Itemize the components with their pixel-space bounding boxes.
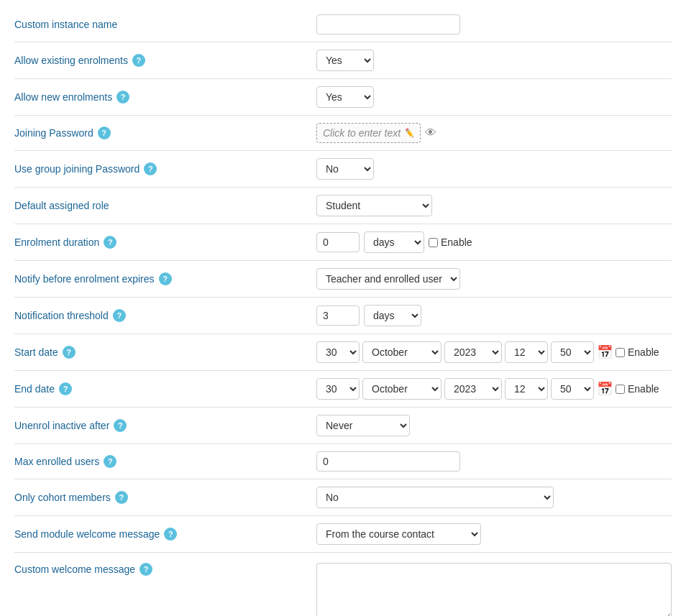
joining-password-field[interactable]: Click to enter text ✏️ (316, 123, 421, 143)
enrolment-duration-value-input[interactable] (316, 232, 360, 252)
start-date-enable-checkbox[interactable] (616, 348, 625, 357)
enrolment-duration-label-col: Enrolment duration ? (14, 236, 316, 249)
notification-threshold-label: Notification threshold (14, 310, 109, 321)
end-date-control: 30 JanuaryFebruaryMarchApril MayJuneJuly… (316, 378, 672, 400)
notify-before-enrolment-expires-control: Teacher and enrolled user Only teacher O… (316, 268, 672, 290)
custom-welcome-message-row: Custom welcome message ? (14, 553, 672, 616)
notification-threshold-control: days weeks (316, 305, 672, 326)
end-date-hour-select[interactable]: 12 (505, 378, 548, 400)
joining-password-label: Joining Password (14, 127, 93, 139)
allow-existing-enrolments-select[interactable]: Yes No (316, 50, 374, 71)
custom-instance-name-input[interactable] (316, 14, 460, 35)
end-date-calendar-icon[interactable]: 📅 (597, 381, 613, 397)
use-group-joining-password-row: Use group joining Password ? No Yes (14, 151, 672, 188)
custom-welcome-message-help-icon[interactable]: ? (140, 563, 152, 576)
enrolment-duration-label: Enrolment duration (14, 236, 99, 248)
send-module-welcome-message-select[interactable]: From the course contact Yes (from the no… (316, 523, 481, 545)
custom-welcome-message-label-col: Custom welcome message ? (14, 563, 316, 576)
max-enrolled-users-input[interactable] (316, 451, 460, 472)
send-module-welcome-message-help-icon[interactable]: ? (164, 528, 177, 541)
unenrol-inactive-after-label: Unenrol inactive after (14, 420, 109, 431)
allow-existing-enrolments-label-col: Allow existing enrolments ? (14, 54, 316, 67)
notify-before-enrolment-expires-help-icon[interactable]: ? (159, 272, 172, 285)
unenrol-inactive-after-label-col: Unenrol inactive after ? (14, 419, 316, 432)
end-date-minute-select[interactable]: 50 (551, 378, 594, 400)
start-date-enable-label: Enable (616, 346, 659, 358)
allow-existing-enrolments-control: Yes No (316, 50, 672, 71)
custom-welcome-message-label: Custom welcome message (14, 564, 135, 575)
allow-new-enrolments-control: Yes No (316, 86, 672, 108)
end-date-help-icon[interactable]: ? (59, 382, 72, 395)
default-assigned-role-row: Default assigned role Student Teacher No… (14, 188, 672, 224)
only-cohort-members-row: Only cohort members ? No Yes (14, 479, 672, 516)
end-date-enable-text: Enable (628, 383, 659, 395)
max-enrolled-users-row: Max enrolled users ? (14, 444, 672, 479)
only-cohort-members-label: Only cohort members (14, 492, 111, 503)
default-assigned-role-control: Student Teacher Non-editing teacher Mana… (316, 195, 672, 216)
allow-new-enrolments-select[interactable]: Yes No (316, 86, 374, 108)
start-date-hour-select[interactable]: 12 (505, 341, 548, 363)
start-date-help-icon[interactable]: ? (63, 346, 76, 359)
end-date-month-select[interactable]: JanuaryFebruaryMarchApril MayJuneJulyAug… (362, 378, 442, 400)
start-date-row: Start date ? 30 1232931 JanuaryFebruaryM… (14, 334, 672, 371)
eye-icon[interactable]: 👁 (425, 127, 436, 139)
unenrol-inactive-after-help-icon[interactable]: ? (114, 419, 127, 432)
end-date-enable-checkbox[interactable] (616, 385, 625, 394)
unenrol-inactive-after-row: Unenrol inactive after ? Never 1 day 1 w… (14, 408, 672, 444)
start-date-day-select[interactable]: 30 1232931 (316, 341, 360, 363)
default-assigned-role-label-col: Default assigned role (14, 200, 316, 211)
notification-threshold-unit-select[interactable]: days weeks (364, 305, 421, 326)
send-module-welcome-message-row: Send module welcome message ? From the c… (14, 516, 672, 553)
only-cohort-members-select[interactable]: No Yes (316, 487, 554, 508)
notify-before-enrolment-expires-row: Notify before enrolment expires ? Teache… (14, 261, 672, 298)
notify-before-enrolment-expires-label-col: Notify before enrolment expires ? (14, 272, 316, 285)
joining-password-control: Click to enter text ✏️ 👁 (316, 123, 672, 143)
start-date-label: Start date (14, 346, 58, 358)
notify-before-enrolment-expires-label: Notify before enrolment expires (14, 273, 155, 285)
max-enrolled-users-control (316, 451, 672, 472)
start-date-year-select[interactable]: 20202021202220232024 (444, 341, 502, 363)
start-date-calendar-icon[interactable]: 📅 (597, 344, 613, 360)
unenrol-inactive-after-select[interactable]: Never 1 day 1 week 2 weeks 1 month 3 mon… (316, 415, 410, 436)
joining-password-label-col: Joining Password ? (14, 127, 316, 139)
notification-threshold-value-input[interactable] (316, 305, 360, 326)
edit-icon: ✏️ (403, 128, 414, 138)
send-module-welcome-message-label: Send module welcome message (14, 528, 160, 540)
end-date-year-select[interactable]: 20202021202220232024 (444, 378, 502, 400)
custom-welcome-message-textarea[interactable] (316, 563, 672, 616)
allow-new-enrolments-label: Allow new enrolments (14, 91, 112, 103)
allow-new-enrolments-label-col: Allow new enrolments ? (14, 91, 316, 104)
start-date-month-select[interactable]: JanuaryFebruaryMarchApril MayJuneJulyAug… (362, 341, 442, 363)
allow-new-enrolments-help-icon[interactable]: ? (116, 91, 129, 104)
custom-instance-name-row: Custom instance name (14, 7, 672, 42)
joining-password-row: Joining Password ? Click to enter text ✏… (14, 116, 672, 151)
end-date-label: End date (14, 383, 55, 395)
only-cohort-members-help-icon[interactable]: ? (115, 491, 128, 504)
max-enrolled-users-help-icon[interactable]: ? (104, 455, 116, 468)
allow-existing-enrolments-label: Allow existing enrolments (14, 55, 128, 66)
start-date-enable-text: Enable (628, 346, 659, 358)
start-date-minute-select[interactable]: 50 (551, 341, 594, 363)
use-group-joining-password-select[interactable]: No Yes (316, 158, 374, 180)
end-date-row: End date ? 30 JanuaryFebruaryMarchApril … (14, 371, 672, 408)
notification-threshold-row: Notification threshold ? days weeks (14, 298, 672, 334)
use-group-joining-password-label: Use group joining Password (14, 163, 140, 175)
max-enrolled-users-label: Max enrolled users (14, 456, 99, 467)
notification-threshold-help-icon[interactable]: ? (113, 309, 126, 322)
start-date-control: 30 1232931 JanuaryFebruaryMarchApril May… (316, 341, 672, 363)
enrolment-duration-unit-select[interactable]: days weeks months (364, 231, 424, 253)
use-group-joining-password-label-col: Use group joining Password ? (14, 162, 316, 175)
allow-existing-enrolments-help-icon[interactable]: ? (132, 54, 145, 67)
max-enrolled-users-label-col: Max enrolled users ? (14, 455, 316, 468)
joining-password-placeholder: Click to enter text (323, 127, 401, 139)
default-assigned-role-select[interactable]: Student Teacher Non-editing teacher Mana… (316, 195, 432, 216)
end-date-day-select[interactable]: 30 (316, 378, 360, 400)
notify-before-enrolment-expires-select[interactable]: Teacher and enrolled user Only teacher O… (316, 268, 460, 290)
enrolment-duration-enable-checkbox[interactable] (429, 238, 438, 247)
send-module-welcome-message-control: From the course contact Yes (from the no… (316, 523, 672, 545)
allow-new-enrolments-row: Allow new enrolments ? Yes No (14, 79, 672, 116)
joining-password-help-icon[interactable]: ? (98, 127, 111, 139)
custom-instance-name-control (316, 14, 672, 35)
use-group-joining-password-help-icon[interactable]: ? (144, 162, 157, 175)
enrolment-duration-help-icon[interactable]: ? (104, 236, 116, 249)
